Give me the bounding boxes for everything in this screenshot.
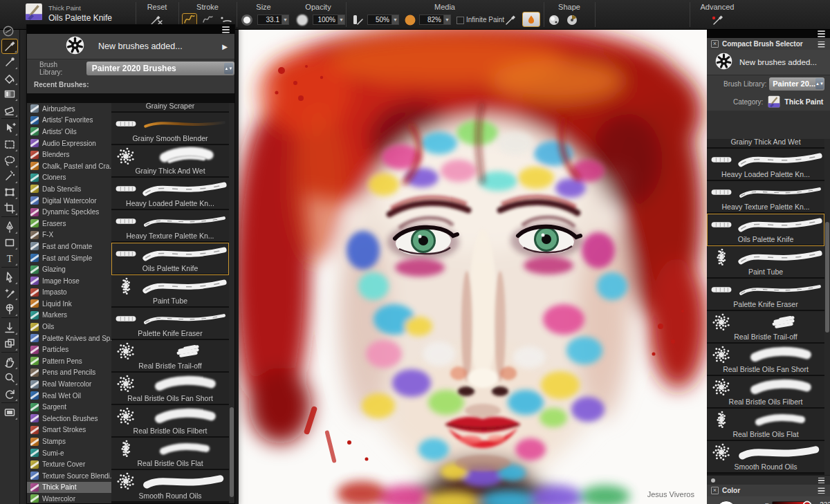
brush-category-thumbnail[interactable]	[25, 3, 43, 22]
dock-scrollbar-thumb[interactable]	[825, 222, 829, 333]
category-item[interactable]: Dab Stencils	[27, 183, 111, 195]
panel-options-icon[interactable]	[818, 41, 825, 47]
color-options-icon[interactable]	[818, 487, 825, 494]
screen-mode-tool[interactable]	[1, 405, 18, 420]
paint-bucket-tool[interactable]	[1, 71, 18, 86]
category-item[interactable]: Markers	[27, 310, 111, 321]
channel-knob[interactable]	[802, 501, 811, 504]
brush-variant-item[interactable]: Grainy Smooth Blender	[111, 113, 229, 145]
kaleidoscope-tool[interactable]	[1, 301, 18, 317]
category-item[interactable]: Glazing	[27, 263, 111, 275]
brush-variant-item[interactable]: Real Bristle Oils Flat	[111, 438, 229, 470]
media-flow-icon[interactable]	[350, 13, 365, 27]
category-item[interactable]: Digital Watercolor	[27, 195, 111, 207]
divine-proportion-tool[interactable]	[1, 320, 18, 335]
compact-brush-selector-tab[interactable]: Compact Brush Selector	[707, 38, 830, 50]
category-item[interactable]: Sumi-e	[27, 447, 111, 459]
category-item[interactable]: Real Watercolor	[27, 378, 111, 390]
dock-library-stepper-icon[interactable]: ▲▼	[815, 78, 824, 89]
brush-variant-item[interactable]: Smooth Round Oils	[707, 441, 824, 474]
brush-loading-icon[interactable]	[504, 13, 519, 27]
current-brush-variant[interactable]: Oils Palette Knife	[48, 13, 112, 23]
thick-paint-icon[interactable]	[767, 95, 781, 108]
brush-variant-item[interactable]: Real Bristle Oils Fan Short	[707, 344, 824, 376]
category-item[interactable]: Dynamic Speckles	[27, 206, 111, 218]
opacity-dropdown-arrow[interactable]: ▼	[338, 15, 345, 25]
dock-variant-scrollbar[interactable]	[824, 139, 830, 475]
new-brushes-banner[interactable]: New brushes added... ▶	[27, 34, 234, 59]
brush-variant-item[interactable]: Palette Knife Eraser	[111, 308, 229, 340]
media-amount-dropdown-arrow[interactable]: ▼	[443, 15, 451, 25]
brush-variant-item[interactable]: Smooth Round Oils	[111, 470, 229, 503]
recent-brushes-strip[interactable]	[27, 93, 234, 103]
category-item[interactable]: Audio Expression	[27, 138, 111, 149]
brush-variant-item[interactable]: Real Bristle Oils Filbert	[111, 405, 229, 438]
category-item[interactable]: Cloners	[27, 172, 111, 184]
brush-variant-item[interactable]: Heavy Texture Palette Kn...	[111, 210, 229, 243]
brush-variant-item[interactable]: Oils Palette Knife	[707, 214, 824, 246]
banner-expand-icon[interactable]: ▶	[222, 43, 228, 50]
category-item[interactable]: Texture Source Blendi...	[27, 470, 111, 482]
lasso-tool[interactable]	[1, 153, 18, 168]
category-item[interactable]: Artists' Oils	[27, 126, 111, 138]
opacity-dab-icon[interactable]	[295, 13, 310, 27]
category-item[interactable]: F-X	[27, 230, 111, 241]
brush-variant-item[interactable]: Paint Tube	[111, 275, 229, 308]
pen-tool[interactable]	[1, 219, 18, 234]
category-item[interactable]: Image Hose	[27, 275, 111, 287]
category-item[interactable]: Thick Paint	[27, 482, 111, 494]
category-item[interactable]: Fast and Simple	[27, 252, 111, 264]
variant-scrollbar[interactable]	[229, 103, 234, 503]
brush-variant-item[interactable]: Grainy Thick And Wet	[707, 139, 824, 149]
text-tool[interactable]: T	[1, 251, 18, 266]
category-item[interactable]: Smart Strokes	[27, 424, 111, 436]
category-item[interactable]: Selection Brushes	[27, 413, 111, 424]
toolbox-collapse-icon[interactable]	[2, 25, 15, 40]
media-amount-icon[interactable]	[403, 13, 418, 27]
brush-variant-item[interactable]: Real Bristle Trail-off	[707, 311, 824, 344]
dab-angle-button[interactable]	[564, 13, 580, 27]
category-item[interactable]: Artists' Favorites	[27, 115, 111, 127]
brush-variant-item[interactable]: Real Bristle Oils Flat	[707, 409, 824, 441]
size-dab-icon[interactable]	[239, 13, 255, 27]
media-flow-value-field[interactable]: 50%	[367, 15, 392, 25]
canvas[interactable]: Jesus Viveros	[239, 29, 707, 504]
channel-track[interactable]	[772, 501, 811, 504]
media-amount-value-field[interactable]: 82%	[419, 15, 444, 25]
category-item[interactable]: Particles	[27, 344, 111, 355]
library-stepper-icon[interactable]: ▲▼	[224, 63, 233, 74]
panel-menu-icon[interactable]	[222, 26, 229, 33]
rectangle-shape-tool[interactable]	[1, 235, 18, 250]
dock-new-brushes-banner[interactable]: New brushes added...	[707, 50, 830, 75]
category-item[interactable]: Airbrushes	[27, 103, 111, 115]
category-item[interactable]: Real Wet Oil	[27, 390, 111, 402]
category-item[interactable]: Liquid Ink	[27, 298, 111, 310]
brush-variant-item[interactable]: Heavy Texture Palette Kn...	[707, 181, 824, 214]
close-icon[interactable]	[711, 40, 719, 48]
category-item[interactable]: Erasers	[27, 218, 111, 230]
size-value-field[interactable]: 33.1	[257, 15, 282, 25]
brush-variant-item[interactable]: Paint Tube	[707, 246, 824, 279]
brush-variant-item[interactable]: Real Bristle Oils Fan Short	[111, 373, 229, 405]
brush-library-dropdown[interactable]: Painter 2020 Brushes ▲▼	[86, 62, 234, 75]
grabber-hand-tool[interactable]	[1, 355, 18, 370]
brush-variant-item[interactable]: Grainy Thick And Wet	[111, 145, 229, 178]
category-item[interactable]: Chalk, Pastel and Cra...	[27, 160, 111, 172]
layer-adjuster-tool[interactable]	[1, 121, 18, 136]
brush-variant-item[interactable]: Grainy Scraper	[111, 103, 229, 113]
transform-tool[interactable]	[1, 185, 18, 200]
opacity-value-field[interactable]: 100%	[313, 15, 338, 25]
media-flow-dropdown-arrow[interactable]: ▼	[391, 15, 399, 25]
dock-brush-library-dropdown[interactable]: Painter 20... ▲▼	[769, 77, 824, 91]
size-dropdown-arrow[interactable]: ▼	[282, 15, 289, 25]
category-item[interactable]: Fast and Ornate	[27, 241, 111, 252]
category-item[interactable]: Sargent	[27, 401, 111, 413]
brush-variant-item[interactable]: Heavy Loaded Palette Kn...	[111, 178, 229, 210]
category-item[interactable]: Stamps	[27, 436, 111, 447]
category-item[interactable]: Watercolor	[27, 493, 111, 503]
eraser-tool[interactable]	[1, 102, 18, 118]
r-channel-slider[interactable]: R232	[765, 501, 830, 504]
wet-paint-toggle-button[interactable]	[522, 12, 540, 27]
mirror-painting-tool[interactable]	[1, 286, 18, 301]
brush-variant-item[interactable]: Heavy Loaded Palette Kn...	[707, 149, 824, 181]
